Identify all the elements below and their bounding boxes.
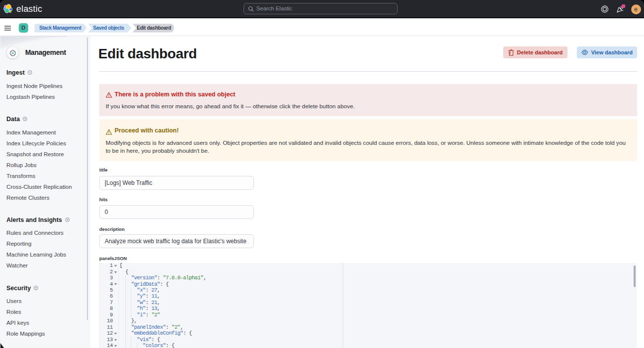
svg-text:?: ?: [29, 71, 31, 74]
svg-text:?: ?: [24, 117, 26, 120]
svg-text:?: ?: [35, 286, 37, 289]
svg-text:?: ?: [66, 218, 68, 221]
